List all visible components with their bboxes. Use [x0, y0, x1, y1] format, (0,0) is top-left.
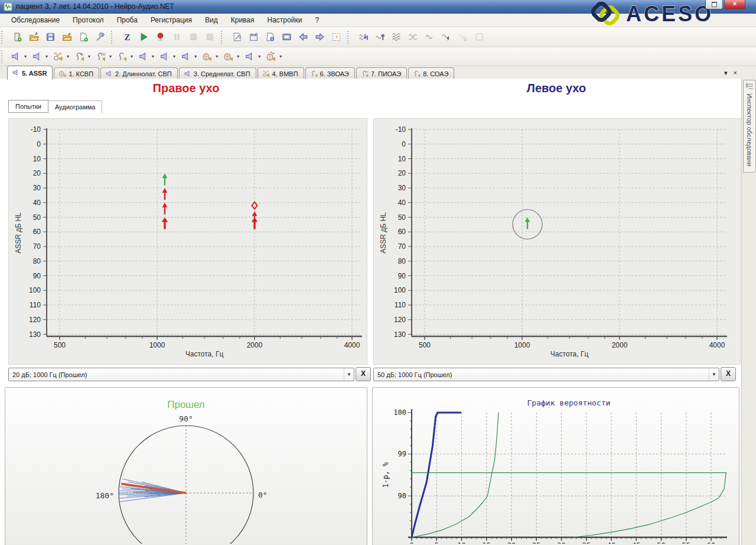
- chevron-down-icon[interactable]: ▾: [131, 54, 133, 59]
- right-ear-attempt-select[interactable]: 20 дБ; 1000 Гц (Прошел) ▼: [8, 368, 354, 381]
- chevron-down-icon[interactable]: ▾: [24, 54, 27, 59]
- probe-tab-4ВМВП[interactable]: 4. ВМВП: [258, 67, 304, 80]
- chevron-down-icon[interactable]: ▼: [709, 368, 719, 381]
- stim-brain-1-split-button[interactable]: ▾: [198, 48, 218, 65]
- toolbar-grip: [347, 31, 351, 44]
- new-probe-button[interactable]: [75, 29, 92, 46]
- menu-item-?[interactable]: ?: [308, 14, 325, 26]
- chevron-down-icon[interactable]: ▾: [216, 54, 218, 59]
- open-exam-button[interactable]: [25, 29, 42, 46]
- stim-speaker-4-split-button[interactable]: ▾: [156, 48, 175, 65]
- menu-item-Настройки[interactable]: Настройки: [261, 14, 309, 26]
- probe-tab-7ПИОАЭ[interactable]: 7. ПИОАЭ: [356, 67, 407, 80]
- chevron-down-icon[interactable]: ▾: [109, 54, 112, 59]
- scale-expand-button[interactable]: [372, 29, 388, 46]
- probe-tab-5ASSR[interactable]: 5. ASSR: [7, 66, 53, 80]
- brain-speaker-icon: [223, 51, 233, 61]
- chevron-down-icon[interactable]: ▾: [45, 54, 48, 59]
- toolbar-grip: [221, 31, 224, 44]
- chevron-down-icon[interactable]: ▾: [258, 54, 260, 59]
- inspector-tab[interactable]: Инспектор обследовани: [743, 80, 756, 173]
- export-exam-button[interactable]: [58, 29, 75, 46]
- probe-tab-1КСВП[interactable]: 1. КСВП: [54, 67, 99, 80]
- tab-label: 2. Длиннолат. СВП: [115, 70, 172, 77]
- probe-info-button[interactable]: i: [262, 29, 278, 46]
- next-probe-button[interactable]: [311, 29, 328, 46]
- menu-item-Вид[interactable]: Вид: [198, 14, 224, 26]
- stim-ear-click-split-button[interactable]: ▾: [71, 48, 90, 65]
- chevron-down-icon[interactable]: ▾: [279, 54, 282, 59]
- stim-ear-tone-split-button[interactable]: ▾: [113, 48, 133, 65]
- svg-text:100: 100: [29, 286, 41, 294]
- impedance-button[interactable]: Z: [119, 29, 135, 46]
- overlay-curves-button[interactable]: [388, 29, 405, 46]
- subtab-аудиограмма[interactable]: Аудиограмма: [48, 100, 103, 113]
- svg-text:10: 10: [457, 541, 465, 544]
- stim-speaker-5-split-button[interactable]: ▾: [177, 48, 197, 65]
- stim-speaker-2-split-button[interactable]: ▾: [28, 48, 48, 65]
- probe-tab-2ДлиннолатСВП[interactable]: 2. Длиннолат. СВП: [100, 67, 178, 80]
- scale-compress-button[interactable]: [355, 29, 372, 46]
- menu-item-Кривая[interactable]: Кривая: [224, 14, 261, 26]
- chevron-down-icon[interactable]: ▾: [67, 54, 69, 59]
- menu-item-Обследование[interactable]: Обследование: [5, 14, 66, 26]
- chevron-down-icon[interactable]: ▾: [173, 54, 175, 59]
- left-ear-attempt-delete-button[interactable]: X: [721, 367, 736, 381]
- chevron-down-icon[interactable]: ▾: [88, 54, 90, 59]
- door-new-icon: [12, 32, 22, 42]
- probe-tab-8СОАЭ[interactable]: 8. СОАЭ: [408, 67, 454, 80]
- window-title: пациент 3, 7 лет, 14.04.2010 - Нейро-Ауд…: [16, 2, 174, 11]
- probe-tab-3СреднелатСВП[interactable]: 3. Среднелат. СВП: [179, 67, 256, 80]
- chevron-down-icon[interactable]: ▾: [152, 54, 154, 59]
- stim-speaker-1-split-button[interactable]: ▾: [7, 48, 27, 65]
- chevron-down-icon[interactable]: ▾: [237, 54, 239, 59]
- stim-ear-burst-split-button[interactable]: ▾: [92, 48, 112, 65]
- start-button[interactable]: [135, 29, 152, 46]
- restore-button[interactable]: [705, 0, 723, 9]
- svg-text:30: 30: [33, 184, 41, 192]
- svg-text:ASSR дБ HL: ASSR дБ HL: [379, 212, 387, 254]
- close-button[interactable]: ×: [724, 0, 745, 9]
- protocol-cycle-button[interactable]: [245, 29, 262, 46]
- tab-overflow-button[interactable]: ▾: [724, 69, 728, 77]
- menu-item-Регистрация[interactable]: Регистрация: [144, 14, 198, 26]
- chevron-down-icon[interactable]: ▼: [344, 368, 354, 381]
- chevron-down-icon[interactable]: ▾: [194, 54, 197, 59]
- new-exam-button[interactable]: [9, 29, 25, 46]
- split-curves-button[interactable]: [405, 29, 421, 46]
- audiogram-left-ear-chart[interactable]: -100102030405060708090100110120130500100…: [373, 118, 741, 365]
- audiogram-right-ear-chart[interactable]: -100102030405060708090100110120130500100…: [8, 118, 367, 365]
- record-button[interactable]: [152, 29, 168, 46]
- filter-curve-button[interactable]: [438, 29, 454, 46]
- svg-text:30: 30: [557, 541, 565, 544]
- menu-item-Протокол[interactable]: Протокол: [66, 14, 110, 26]
- stim-brain-2-split-button[interactable]: ▾: [220, 48, 239, 65]
- prev-probe-button[interactable]: [295, 29, 311, 46]
- probe-tools-button[interactable]: [92, 29, 108, 46]
- subtab-попытки[interactable]: Попытки: [8, 100, 48, 113]
- right-ear-attempt-delete-button[interactable]: X: [356, 367, 371, 381]
- delete-curve-button: [454, 29, 471, 46]
- svg-text:Z: Z: [124, 33, 130, 42]
- save-exam-button[interactable]: [42, 29, 58, 46]
- svg-text:45: 45: [632, 541, 640, 544]
- tab-close-button[interactable]: ×: [734, 69, 737, 77]
- probe-tab-6ЗВОАЭ[interactable]: 6. ЗВОАЭ: [305, 67, 355, 80]
- stop-button: [185, 29, 201, 46]
- svg-text:40: 40: [33, 199, 41, 207]
- stim-speaker-6-split-button[interactable]: ▾: [241, 48, 260, 65]
- single-curve-button[interactable]: [421, 29, 438, 46]
- stim-assr-split-button[interactable]: ▾: [50, 48, 69, 65]
- arrow-left-icon: [298, 32, 308, 42]
- probe-settings-button[interactable]: [229, 29, 245, 46]
- left-ear-attempt-select[interactable]: 50 дБ; 1000 Гц (Прошел) ▼: [373, 368, 719, 381]
- stim-speaker-3-split-button[interactable]: ▾: [135, 48, 154, 65]
- artifact-box-button[interactable]: [328, 29, 344, 46]
- menu-item-Проба[interactable]: Проба: [110, 14, 144, 26]
- svg-text:90: 90: [398, 492, 406, 500]
- svg-text:50: 50: [398, 213, 406, 222]
- device-monitor-button[interactable]: [278, 29, 295, 46]
- stim-brain-wave-split-button[interactable]: ▾: [262, 48, 282, 65]
- right-ear-subtabs: ПопыткиАудиограмма: [8, 100, 102, 113]
- svg-text:80: 80: [398, 257, 406, 265]
